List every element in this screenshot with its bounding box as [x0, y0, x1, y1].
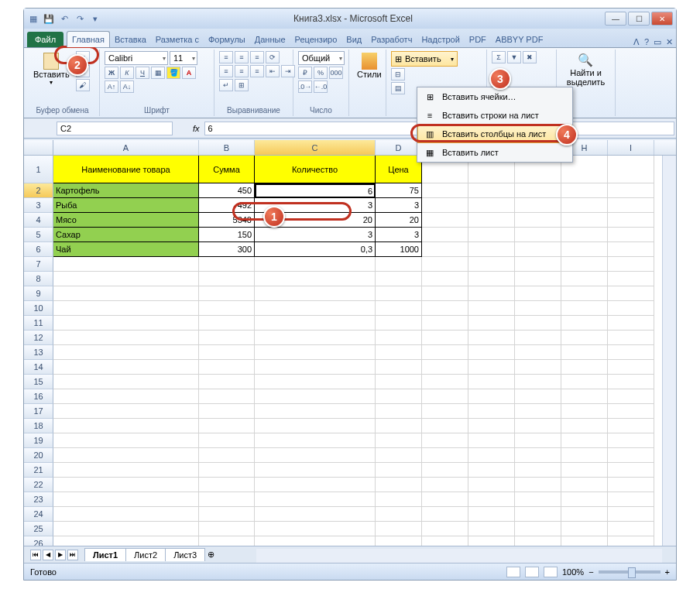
border-button[interactable]: ▦ — [151, 67, 165, 79]
cell[interactable] — [53, 272, 199, 286]
row-header[interactable]: 7 — [24, 257, 53, 272]
cell[interactable] — [468, 257, 515, 272]
cell[interactable] — [515, 463, 561, 478]
cell[interactable] — [561, 360, 608, 375]
cell[interactable] — [515, 507, 561, 522]
cell[interactable] — [255, 345, 376, 360]
cell[interactable] — [199, 257, 255, 272]
cell[interactable] — [255, 522, 376, 536]
cell[interactable] — [608, 228, 654, 242]
cell[interactable] — [422, 286, 468, 301]
cell[interactable] — [199, 375, 255, 389]
row-header[interactable]: 26 — [24, 536, 53, 546]
cell[interactable] — [255, 433, 376, 448]
cell[interactable] — [422, 478, 468, 492]
cell[interactable] — [422, 301, 468, 316]
cell[interactable] — [561, 492, 608, 507]
name-box[interactable]: C2 — [57, 122, 173, 135]
cell[interactable] — [561, 389, 608, 404]
cell[interactable] — [199, 301, 255, 316]
cell[interactable] — [468, 272, 515, 286]
cell[interactable] — [53, 286, 199, 301]
close-workbook-icon[interactable]: ✕ — [666, 37, 673, 47]
new-sheet-icon[interactable]: ⊕ — [208, 550, 214, 560]
cell[interactable] — [376, 272, 422, 286]
cell[interactable] — [515, 536, 561, 546]
cell[interactable] — [561, 536, 608, 546]
cell[interactable] — [608, 198, 654, 213]
cell[interactable] — [468, 301, 515, 316]
cell[interactable] — [515, 198, 561, 213]
cell[interactable] — [199, 404, 255, 419]
cell[interactable] — [561, 257, 608, 272]
row-header[interactable]: 19 — [24, 433, 53, 448]
cell[interactable] — [53, 331, 199, 345]
cell[interactable] — [468, 404, 515, 419]
align-right-icon[interactable]: ≡ — [250, 65, 264, 77]
increase-font-icon[interactable]: A↑ — [105, 80, 118, 93]
cell[interactable]: 450 — [199, 183, 255, 198]
cell[interactable] — [255, 360, 376, 375]
cell[interactable] — [255, 463, 376, 478]
row-header[interactable]: 8 — [24, 272, 53, 286]
minimize-ribbon-icon[interactable]: ᐱ — [633, 37, 640, 47]
cell[interactable] — [468, 198, 515, 213]
cell[interactable] — [422, 242, 468, 257]
col-header-D[interactable]: D — [376, 140, 422, 155]
cell[interactable] — [608, 257, 654, 272]
cell[interactable] — [515, 360, 561, 375]
cell[interactable] — [608, 331, 654, 345]
cell[interactable] — [422, 404, 468, 419]
cell[interactable] — [422, 536, 468, 546]
cell[interactable] — [561, 198, 608, 213]
window-restore-icon[interactable]: ▭ — [654, 37, 661, 47]
tab-view[interactable]: Вид — [341, 32, 366, 47]
cell[interactable] — [608, 463, 654, 478]
cell[interactable]: Чай — [53, 242, 199, 257]
cell[interactable] — [376, 419, 422, 433]
cell[interactable] — [422, 228, 468, 242]
cell[interactable] — [255, 478, 376, 492]
cell[interactable] — [468, 331, 515, 345]
cell[interactable] — [422, 257, 468, 272]
cell[interactable] — [199, 492, 255, 507]
cell[interactable] — [515, 419, 561, 433]
cell[interactable] — [515, 522, 561, 536]
cell[interactable] — [608, 536, 654, 546]
cell[interactable] — [515, 228, 561, 242]
menu-insert-cells[interactable]: ⊞ Вставить ячейки… — [417, 87, 572, 106]
menu-insert-rows[interactable]: ≡ Вставить строки на лист — [417, 106, 572, 125]
cell[interactable] — [199, 389, 255, 404]
sheet-tab-1[interactable]: Лист1 — [84, 548, 126, 561]
row-header[interactable]: 25 — [24, 522, 53, 536]
cell[interactable] — [608, 316, 654, 331]
align-center-icon[interactable]: ≡ — [235, 65, 249, 77]
bold-button[interactable]: Ж — [105, 67, 118, 79]
cell[interactable] — [376, 301, 422, 316]
cell[interactable] — [255, 301, 376, 316]
cell[interactable]: Мясо — [53, 213, 199, 228]
cell[interactable] — [468, 316, 515, 331]
cell[interactable] — [376, 507, 422, 522]
cell[interactable] — [376, 536, 422, 546]
cell[interactable] — [199, 360, 255, 375]
cell[interactable]: 20 — [376, 213, 422, 228]
currency-icon[interactable]: ₽ — [298, 67, 312, 79]
cell[interactable] — [515, 183, 561, 198]
indent-dec-icon[interactable]: ⇤ — [266, 65, 280, 77]
decrease-decimal-icon[interactable]: ←.0 — [314, 80, 328, 93]
cell[interactable] — [376, 345, 422, 360]
row-header[interactable]: 18 — [24, 419, 53, 433]
cell[interactable] — [608, 389, 654, 404]
cell[interactable] — [53, 478, 199, 492]
cell[interactable] — [422, 448, 468, 463]
fx-icon[interactable]: fx — [188, 124, 204, 133]
cell[interactable] — [561, 463, 608, 478]
cell[interactable] — [515, 301, 561, 316]
cell[interactable] — [608, 433, 654, 448]
row-header[interactable]: 12 — [24, 331, 53, 345]
cell[interactable] — [53, 404, 199, 419]
cell[interactable] — [199, 419, 255, 433]
cell[interactable] — [561, 522, 608, 536]
cell[interactable] — [468, 419, 515, 433]
